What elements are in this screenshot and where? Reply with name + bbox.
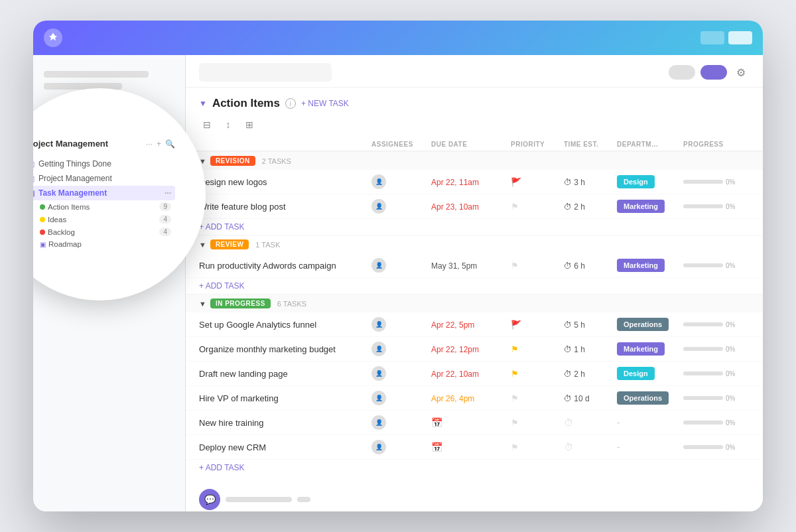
dept-badge: Operations (617, 318, 669, 331)
view-toggle-1[interactable] (700, 31, 724, 44)
time-est: ⏱ 3 h (564, 178, 585, 187)
status-badge-in-progress: IN PROGRESS (210, 299, 271, 308)
sidebar-subitem-roadmap[interactable]: ▣ Roadmap (33, 238, 175, 250)
dept-cell: Design (617, 175, 683, 188)
sections-container: ▼ REVISION 2 TASKS Design new logos 👤 Ap… (186, 151, 763, 476)
view-toggle-2[interactable] (728, 31, 752, 44)
sidebar-item-project-management[interactable]: ▣ Project Management (33, 171, 175, 186)
time-est: ⏱ 10 d (564, 394, 590, 403)
progress-pct: 0% (726, 262, 735, 269)
task-name: Write feature blog post (199, 202, 371, 212)
main-content: Project Management ··· + 🔍 ▣ Getting Thi… (33, 55, 763, 511)
dept-cell: Marketing (617, 259, 683, 272)
assignee-cell: 👤 (371, 174, 431, 189)
time-est: ⏱ 5 h (564, 320, 585, 330)
chevron-down-icon[interactable]: ▼ (199, 99, 207, 108)
table-row[interactable]: Deploy new CRM 👤 📅 ⚑ ⏱ - 0% (186, 435, 763, 460)
sidebar-subitem-backlog[interactable]: Backlog 4 (33, 226, 175, 238)
search-bar[interactable] (199, 63, 332, 82)
dept-badge: Marketing (617, 342, 665, 356)
calendar-icon: 📅 (431, 417, 442, 428)
sort-icon[interactable]: ↕ (220, 117, 236, 133)
section-chevron-in-progress[interactable]: ▼ (199, 300, 206, 308)
table-row[interactable]: Hire VP of marketing 👤 Apr 26, 4pm ⚑ ⏱ 1… (186, 386, 763, 411)
assignee-cell: 👤 (371, 391, 431, 405)
priority-flag: ⚑ (511, 393, 519, 403)
assignee-avatar: 👤 (371, 199, 386, 214)
priority-cell: 🚩 (511, 320, 564, 330)
progress-pct: 0% (726, 346, 735, 353)
due-date: Apr 22, 12pm (431, 345, 479, 354)
sidebar-item-task-management[interactable]: ▣ Task Management ··· (33, 186, 175, 200)
chat-button[interactable]: 💬 (199, 489, 220, 510)
priority-cell: ⚑ (511, 442, 564, 452)
time-est-cell: ⏱ (564, 441, 617, 453)
progress-bar (683, 421, 723, 425)
due-date-cell: 📅 (431, 417, 511, 429)
sidebar-subitem-ideas[interactable]: Ideas 4 (33, 213, 175, 226)
ellipsis-icon[interactable]: ··· (146, 139, 153, 149)
action-items-header: ▼ Action Items i + NEW TASK (186, 88, 763, 114)
section-label-cell: ▼ IN PROGRESS 6 TASKS (199, 299, 371, 308)
view-toggle-board[interactable] (700, 65, 727, 80)
progress-pct: 0% (726, 370, 735, 377)
section-header-revision: ▼ REVISION 2 TASKS (186, 151, 763, 170)
table-row[interactable]: Organize monthly marketing budget 👤 Apr … (186, 337, 763, 362)
progress-bar (683, 263, 723, 267)
search-icon[interactable]: 🔍 (165, 139, 175, 149)
section-review: ▼ REVIEW 1 TASK Run productivity Adwords… (186, 235, 763, 294)
task-mgmt-ellipsis[interactable]: ··· (165, 188, 171, 198)
table-row[interactable]: Set up Google Analytics funnel 👤 Apr 22,… (186, 312, 763, 337)
time-empty: ⏱ (564, 417, 573, 428)
task-count-revision: 2 TASKS (262, 157, 291, 165)
progress-cell: 0% (683, 346, 750, 353)
table-row[interactable]: Design new logos 👤 Apr 22, 11am 🚩 ⏱ 3 h … (186, 170, 763, 194)
zoom-project-title: Project Management (33, 139, 108, 149)
progress-bar (683, 204, 723, 208)
section-revision: ▼ REVISION 2 TASKS Design new logos 👤 Ap… (186, 151, 763, 235)
time-est: ⏱ 1 h (564, 345, 585, 354)
plus-icon[interactable]: + (157, 139, 161, 149)
folder-icon: ▣ (33, 160, 34, 168)
section-label-cell: ▼ REVIEW 1 TASK (199, 239, 371, 249)
table-row[interactable]: Write feature blog post 👤 Apr 23, 10am ⚑… (186, 194, 763, 219)
logo[interactable] (44, 29, 62, 47)
dept-badge: Marketing (617, 200, 665, 213)
calendar-icon: 📅 (431, 442, 442, 452)
task-name: Run productivity Adwords campaign (199, 261, 371, 271)
progress-bar (683, 371, 723, 375)
top-bar-controls (700, 31, 752, 44)
time-est-cell: ⏱ 10 d (564, 392, 617, 404)
group-icon[interactable]: ⊞ (241, 117, 257, 133)
sidebar-subitem-action-items[interactable]: Action Items 9 (33, 200, 175, 213)
new-task-button[interactable]: + NEW TASK (301, 99, 349, 108)
filter-icon[interactable]: ⊟ (199, 117, 215, 133)
add-task-in-progress[interactable]: + ADD TASK (186, 460, 763, 476)
priority-flag: 🚩 (511, 177, 521, 187)
assignee-cell: 👤 (371, 317, 431, 332)
table-row[interactable]: Draft new landing page 👤 Apr 22, 10am ⚑ … (186, 362, 763, 386)
add-task-review[interactable]: + ADD TASK (186, 278, 763, 294)
section-chevron-review[interactable]: ▼ (199, 241, 206, 249)
sidebar-item-getting-things-done[interactable]: ▣ Getting Things Done (33, 157, 175, 171)
add-task-revision[interactable]: + ADD TASK (186, 219, 763, 235)
view-toggle-list[interactable] (669, 65, 695, 80)
skel-line-1 (44, 71, 149, 78)
info-icon[interactable]: i (285, 98, 296, 109)
assignee-cell: 👤 (371, 342, 431, 356)
task-name: Organize monthly marketing budget (199, 344, 371, 354)
dept-cell: - (617, 417, 683, 429)
progress-cell: 0% (683, 370, 750, 377)
table-row[interactable]: Run productivity Adwords campaign 👤 May … (186, 253, 763, 278)
sidebar: Project Management ··· + 🔍 ▣ Getting Thi… (33, 55, 186, 511)
settings-button[interactable]: ⚙ (732, 64, 750, 81)
progress-cell: 0% (683, 395, 750, 402)
progress-bar (683, 445, 723, 449)
time-est-cell: ⏱ 1 h (564, 343, 617, 355)
progress-cell: 0% (683, 203, 750, 210)
due-date-cell: Apr 26, 4pm (431, 392, 511, 404)
progress-bar (683, 396, 723, 400)
progress-cell: 0% (683, 321, 750, 328)
table-row[interactable]: New hire training 👤 📅 ⚑ ⏱ - 0% (186, 411, 763, 435)
due-date-cell: Apr 22, 10am (431, 367, 511, 379)
